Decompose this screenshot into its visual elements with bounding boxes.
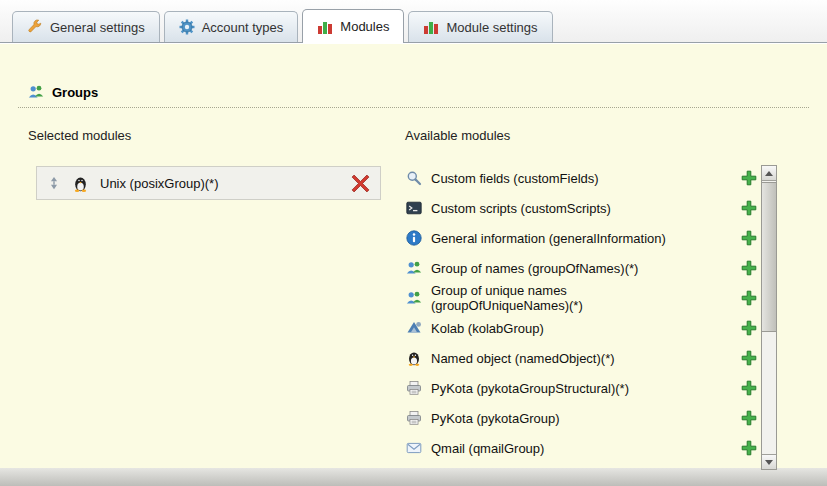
tab-label: General settings xyxy=(50,20,145,35)
available-modules-list: Custom fields (customFields) Custom scri… xyxy=(406,163,758,463)
dotted-divider xyxy=(18,107,809,108)
add-module-button[interactable] xyxy=(741,320,758,337)
available-module-row: Group of unique names (groupOfUniqueName… xyxy=(406,283,758,313)
module-label: Custom scripts (customScripts) xyxy=(431,201,693,216)
script-icon xyxy=(406,200,422,216)
module-label: Custom fields (customFields) xyxy=(431,171,693,186)
add-module-button[interactable] xyxy=(741,170,758,187)
plus-icon xyxy=(741,350,757,366)
arrow-down-icon xyxy=(765,460,773,465)
scrollbar-thumb[interactable] xyxy=(762,182,776,332)
available-module-row: Qmail (qmailGroup) xyxy=(406,433,758,463)
lam-configuration-page: General settings Account types Modules M… xyxy=(0,0,827,486)
tab-label: Module settings xyxy=(446,20,537,35)
module-label: Named object (namedObject)(*) xyxy=(431,351,693,366)
scroll-down-button[interactable] xyxy=(762,454,776,469)
module-label: Group of unique names (groupOfUniqueName… xyxy=(431,283,693,313)
plus-icon xyxy=(741,290,757,306)
tab-module-settings[interactable]: Module settings xyxy=(408,11,552,42)
delete-icon xyxy=(351,174,370,193)
add-module-button[interactable] xyxy=(741,230,758,247)
available-modules-heading: Available modules xyxy=(405,128,510,143)
modules-icon xyxy=(423,19,439,35)
module-label: General information (generalInformation) xyxy=(431,231,693,246)
kolab-icon xyxy=(406,320,422,336)
available-module-row: Custom scripts (customScripts) xyxy=(406,193,758,223)
arrow-up-icon xyxy=(765,171,773,176)
tab-label: Account types xyxy=(202,20,284,35)
add-module-button[interactable] xyxy=(741,200,758,217)
tabs: General settings Account types Modules M… xyxy=(12,9,553,42)
footer-strip xyxy=(0,468,827,486)
tux-icon xyxy=(72,175,89,192)
available-module-row: Group of names (groupOfNames)(*) xyxy=(406,253,758,283)
plus-icon xyxy=(741,200,757,216)
info-icon xyxy=(406,230,422,246)
plus-icon xyxy=(741,410,757,426)
printer-icon xyxy=(406,380,422,396)
group-icon xyxy=(406,290,422,306)
group-icon xyxy=(28,84,44,100)
available-module-row: PyKota (pykotaGroup) xyxy=(406,403,758,433)
module-label: PyKota (pykotaGroup) xyxy=(431,411,693,426)
add-module-button[interactable] xyxy=(741,260,758,277)
magnifier-icon xyxy=(406,170,422,186)
add-module-button[interactable] xyxy=(741,350,758,367)
wrench-icon xyxy=(27,19,43,35)
tux-icon xyxy=(406,350,422,366)
available-modules-scrollbar[interactable] xyxy=(761,165,777,470)
gear-icon xyxy=(179,19,195,35)
remove-module-button[interactable] xyxy=(351,174,370,193)
modules-icon xyxy=(317,19,333,35)
tab-bar: General settings Account types Modules M… xyxy=(0,0,827,43)
plus-icon xyxy=(741,320,757,336)
add-module-button[interactable] xyxy=(741,440,758,457)
scroll-up-button[interactable] xyxy=(762,166,776,181)
selected-modules-heading: Selected modules xyxy=(28,128,131,143)
plus-icon xyxy=(741,230,757,246)
add-module-button[interactable] xyxy=(741,410,758,427)
module-label: PyKota (pykotaGroupStructural)(*) xyxy=(431,381,693,396)
module-label: Group of names (groupOfNames)(*) xyxy=(431,261,693,276)
available-module-row: PyKota (pykotaGroupStructural)(*) xyxy=(406,373,758,403)
selected-module-label: Unix (posixGroup)(*) xyxy=(100,176,218,191)
section-title: Groups xyxy=(52,85,98,100)
tab-label: Modules xyxy=(340,19,389,34)
available-module-row: Named object (namedObject)(*) xyxy=(406,343,758,373)
add-module-button[interactable] xyxy=(741,380,758,397)
plus-icon xyxy=(741,170,757,186)
available-module-row: General information (generalInformation) xyxy=(406,223,758,253)
printer-icon xyxy=(406,410,422,426)
tab-modules[interactable]: Modules xyxy=(302,9,404,43)
plus-icon xyxy=(741,380,757,396)
selected-module-row: Unix (posixGroup)(*) xyxy=(36,166,381,200)
tab-general-settings[interactable]: General settings xyxy=(12,11,160,42)
plus-icon xyxy=(741,260,757,276)
drag-handle-icon[interactable] xyxy=(47,176,61,190)
available-module-row: Kolab (kolabGroup) xyxy=(406,313,758,343)
section-heading-groups: Groups xyxy=(28,84,98,100)
module-label: Qmail (qmailGroup) xyxy=(431,441,693,456)
add-module-button[interactable] xyxy=(741,290,758,307)
mail-icon xyxy=(406,440,422,456)
module-label: Kolab (kolabGroup) xyxy=(431,321,693,336)
plus-icon xyxy=(741,440,757,456)
available-module-row: Custom fields (customFields) xyxy=(406,163,758,193)
tab-account-types[interactable]: Account types xyxy=(164,11,299,42)
group-icon xyxy=(406,260,422,276)
